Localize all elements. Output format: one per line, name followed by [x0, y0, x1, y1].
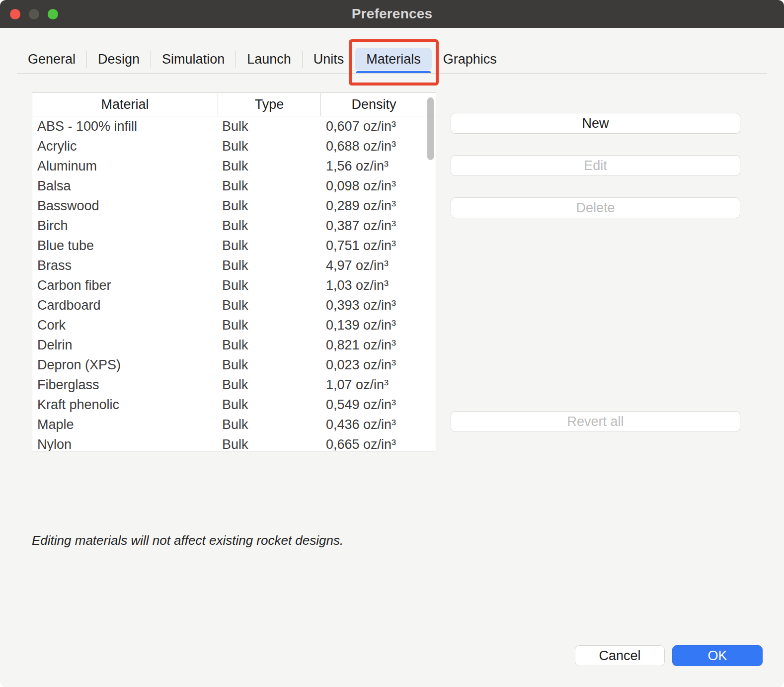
tab-launch[interactable]: Launch: [236, 48, 302, 71]
table-row[interactable]: AluminumBulk1,56 oz/in³: [32, 156, 436, 176]
density-cell: 0,387 oz/in³: [321, 216, 436, 236]
density-cell: 0,688 oz/in³: [321, 136, 436, 156]
type-cell: Bulk: [218, 236, 321, 256]
type-cell: Bulk: [218, 196, 321, 216]
type-cell: Bulk: [218, 256, 321, 275]
material-cell: Cardboard: [32, 295, 218, 315]
column-header-material[interactable]: Material: [32, 93, 218, 116]
material-cell: Basswood: [32, 196, 218, 216]
type-cell: Bulk: [218, 295, 321, 315]
table-row[interactable]: DelrinBulk0,821 oz/in³: [32, 335, 436, 355]
tab-label: Simulation: [162, 52, 225, 67]
table-row[interactable]: FiberglassBulk1,07 oz/in³: [32, 375, 436, 395]
column-header-density[interactable]: Density: [321, 93, 436, 116]
type-cell: Bulk: [218, 216, 321, 236]
preferences-window: Preferences GeneralDesignSimulationLaunc…: [0, 0, 784, 687]
density-cell: 0,821 oz/in³: [321, 335, 436, 355]
table-header: Material Type Density: [32, 93, 436, 116]
material-cell: Blue tube: [32, 236, 218, 256]
tab-label: Materials: [366, 52, 421, 67]
type-cell: Bulk: [218, 136, 321, 156]
tab-graphics[interactable]: Graphics: [432, 48, 508, 71]
material-cell: Delrin: [32, 335, 218, 355]
tab-general[interactable]: General: [17, 48, 86, 71]
material-cell: Balsa: [32, 176, 218, 196]
table-row[interactable]: BirchBulk0,387 oz/in³: [32, 216, 436, 236]
revert-all-button[interactable]: Revert all: [451, 411, 740, 432]
material-cell: Aluminum: [32, 156, 218, 176]
material-cell: ABS - 100% infill: [32, 116, 218, 136]
type-cell: Bulk: [218, 335, 321, 355]
table-row[interactable]: ABS - 100% infillBulk0,607 oz/in³: [32, 116, 436, 136]
density-cell: 1,03 oz/in³: [321, 275, 436, 295]
table-row[interactable]: Carbon fiberBulk1,03 oz/in³: [32, 275, 436, 295]
density-cell: 0,098 oz/in³: [321, 176, 436, 196]
title-bar: Preferences: [0, 0, 784, 28]
table-row[interactable]: CorkBulk0,139 oz/in³: [32, 315, 436, 335]
type-cell: Bulk: [218, 375, 321, 395]
density-cell: 1,56 oz/in³: [321, 156, 436, 176]
materials-note: Editing materials will not affect existi…: [32, 533, 343, 548]
edit-button[interactable]: Edit: [451, 155, 740, 176]
density-cell: 0,607 oz/in³: [321, 116, 436, 136]
table-row[interactable]: CardboardBulk0,393 oz/in³: [32, 295, 436, 315]
close-button[interactable]: [10, 9, 20, 19]
material-cell: Nylon: [32, 434, 218, 451]
new-button[interactable]: New: [451, 113, 740, 134]
tab-design[interactable]: Design: [87, 48, 151, 71]
density-cell: 4,97 oz/in³: [321, 256, 436, 275]
materials-table-body: ABS - 100% infillBulk0,607 oz/in³Acrylic…: [32, 116, 436, 451]
material-cell: Birch: [32, 216, 218, 236]
type-cell: Bulk: [218, 434, 321, 451]
material-cell: Brass: [32, 256, 218, 275]
table-row[interactable]: Kraft phenolicBulk0,549 oz/in³: [32, 395, 436, 415]
delete-button[interactable]: Delete: [451, 197, 740, 218]
table-row[interactable]: Depron (XPS)Bulk0,023 oz/in³: [32, 355, 436, 375]
material-cell: Kraft phenolic: [32, 395, 218, 415]
density-cell: 0,023 oz/in³: [321, 355, 436, 375]
type-cell: Bulk: [218, 116, 321, 136]
type-cell: Bulk: [218, 156, 321, 176]
density-cell: 0,751 oz/in³: [321, 236, 436, 256]
tab-label: Units: [314, 52, 344, 67]
material-cell: Carbon fiber: [32, 275, 218, 295]
tab-bar: GeneralDesignSimulationLaunchUnitsMateri…: [17, 45, 767, 74]
tab-materials[interactable]: Materials: [355, 48, 432, 71]
tab-simulation[interactable]: Simulation: [151, 48, 235, 71]
tab-units[interactable]: Units: [303, 48, 355, 71]
column-header-type[interactable]: Type: [218, 93, 321, 116]
cancel-button[interactable]: Cancel: [575, 645, 665, 666]
table-row[interactable]: NylonBulk0,665 oz/in³: [32, 434, 436, 451]
traffic-lights: [10, 0, 58, 28]
table-row[interactable]: BrassBulk4,97 oz/in³: [32, 256, 436, 275]
table-row[interactable]: AcrylicBulk0,688 oz/in³: [32, 136, 436, 156]
ok-button[interactable]: OK: [672, 645, 763, 666]
table-row[interactable]: BasswoodBulk0,289 oz/in³: [32, 196, 436, 216]
density-cell: 0,289 oz/in³: [321, 196, 436, 216]
density-cell: 0,393 oz/in³: [321, 295, 436, 315]
material-cell: Maple: [32, 415, 218, 434]
type-cell: Bulk: [218, 275, 321, 295]
material-cell: Depron (XPS): [32, 355, 218, 375]
table-scrollbar[interactable]: [427, 97, 434, 160]
density-cell: 0,549 oz/in³: [321, 395, 436, 415]
type-cell: Bulk: [218, 395, 321, 415]
density-cell: 0,665 oz/in³: [321, 434, 436, 451]
table-row[interactable]: Blue tubeBulk0,751 oz/in³: [32, 236, 436, 256]
table-row[interactable]: MapleBulk0,436 oz/in³: [32, 415, 436, 434]
tab-label: Launch: [247, 52, 291, 67]
density-cell: 0,436 oz/in³: [321, 415, 436, 434]
table-row[interactable]: BalsaBulk0,098 oz/in³: [32, 176, 436, 196]
material-cell: Fiberglass: [32, 375, 218, 395]
window-title: Preferences: [352, 6, 433, 22]
tab-bar-divider: [17, 73, 767, 74]
tab-label: Design: [98, 52, 140, 67]
type-cell: Bulk: [218, 176, 321, 196]
zoom-button[interactable]: [48, 9, 58, 19]
type-cell: Bulk: [218, 315, 321, 335]
material-cell: Acrylic: [32, 136, 218, 156]
tab-label: General: [28, 52, 76, 67]
minimize-button[interactable]: [29, 9, 39, 19]
material-cell: Cork: [32, 315, 218, 335]
materials-table: Material Type Density ABS - 100% infillB…: [32, 92, 436, 451]
